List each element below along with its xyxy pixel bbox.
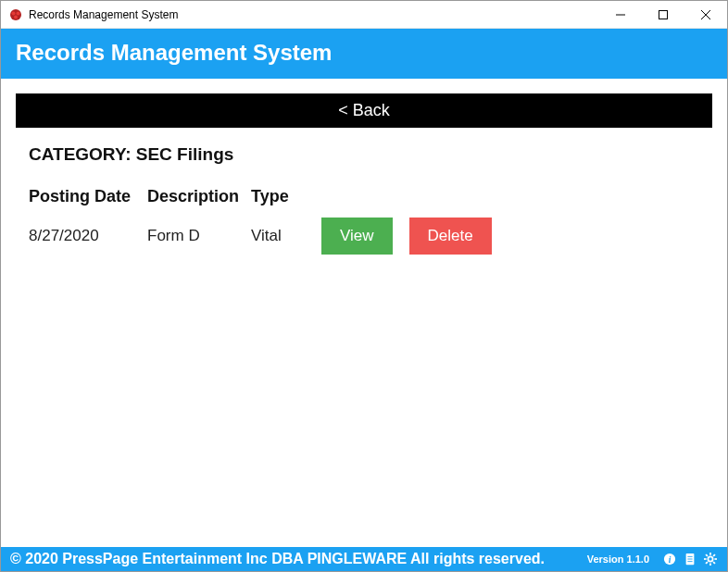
app-window: Records Management System Records Manage… <box>0 0 728 572</box>
info-icon[interactable]: i <box>662 552 677 566</box>
app-title: Records Management System <box>16 40 712 66</box>
cell-description: Form D <box>147 227 251 245</box>
col-header-posting-date: Posting Date <box>29 187 147 206</box>
view-button[interactable]: View <box>321 218 393 255</box>
svg-point-14 <box>708 556 712 561</box>
records-table: Posting Date Description Type 8/27/2020 … <box>16 181 712 260</box>
svg-text:i: i <box>669 554 672 565</box>
col-header-description: Description <box>147 187 251 206</box>
svg-rect-5 <box>659 10 668 19</box>
svg-line-19 <box>706 554 708 556</box>
cell-posting-date: 8/27/2020 <box>29 227 147 245</box>
svg-line-22 <box>713 554 715 556</box>
category-prefix: CATEGORY: <box>29 144 136 164</box>
svg-point-3 <box>14 15 18 19</box>
svg-line-20 <box>713 562 715 564</box>
titlebar: Records Management System <box>1 1 727 29</box>
svg-point-2 <box>17 11 20 15</box>
back-button[interactable]: < Back <box>16 93 712 128</box>
category-heading: CATEGORY: SEC Filings <box>16 144 712 165</box>
maximize-button[interactable] <box>642 1 684 29</box>
app-header: Records Management System <box>1 29 727 79</box>
svg-line-21 <box>706 562 708 564</box>
table-row: 8/27/2020 Form D Vital View Delete <box>16 212 712 260</box>
close-button[interactable] <box>684 1 727 29</box>
gear-icon[interactable] <box>703 552 718 566</box>
cell-type: Vital <box>251 227 318 245</box>
svg-point-1 <box>12 11 16 15</box>
row-actions: View Delete <box>321 218 492 255</box>
minimize-button[interactable] <box>599 1 642 29</box>
table-header-row: Posting Date Description Type <box>16 181 712 212</box>
content-area: < Back CATEGORY: SEC Filings Posting Dat… <box>1 79 727 547</box>
category-name: SEC Filings <box>136 144 234 164</box>
app-icon <box>8 7 23 22</box>
delete-button[interactable]: Delete <box>409 218 492 255</box>
document-icon[interactable] <box>683 552 697 566</box>
window-title: Records Management System <box>29 8 178 21</box>
footer-version: Version 1.1.0 <box>587 553 649 565</box>
footer-copyright: © 2020 PressPage Entertainment Inc DBA P… <box>10 551 545 567</box>
footer: © 2020 PressPage Entertainment Inc DBA P… <box>1 547 727 571</box>
col-header-type: Type <box>251 187 318 206</box>
